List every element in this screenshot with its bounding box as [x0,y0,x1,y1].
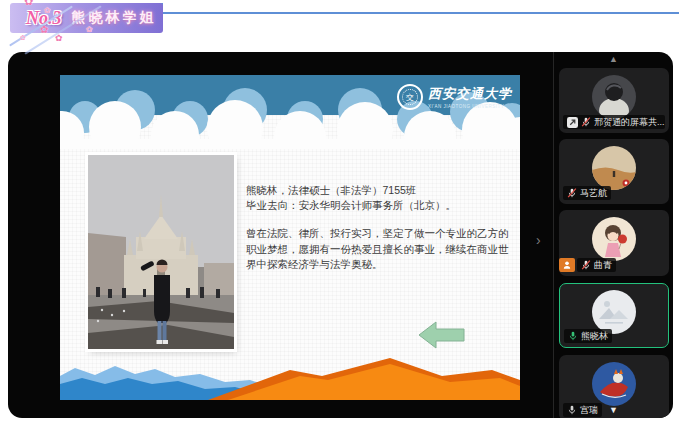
blossom-icon: ✿ [40,24,48,35]
left-arrow-icon [418,321,465,349]
avatar-placeholder [592,290,636,334]
blossom-icon: ✿ [55,33,63,43]
photo-milan-cathedral [88,155,234,349]
banner-title: 熊晓林学姐 [72,9,157,27]
participant-tile-xiongxiaolin-active[interactable]: 熊晓林 [559,283,669,348]
slide-text-block: 熊晓林，法律硕士（非法学）7155班 毕业去向：安永华明会计师事务所（北京）。 … [246,183,518,272]
avatar [592,146,636,190]
meeting-window: 交 西安交通大学 XI'AN JIAOTONG UNIVERSITY [8,52,673,418]
mic-muted-icon [581,259,591,271]
university-seal-icon: 交 [397,84,423,110]
slide-intro-line2: 毕业去向：安永华明会计师事务所（北京）。 [246,199,456,211]
mic-on-icon [567,404,577,416]
avatar [592,75,636,119]
participant-name: 邢贺通的屏幕共... [594,116,665,129]
participant-tile-xingheting-share[interactable]: 邢贺通的屏幕共... [559,68,669,133]
participant-tile-quqing[interactable]: 曲青 [559,210,669,276]
header-divider-line [163,12,679,14]
slide-paragraph: 曾在法院、律所、投行实习，坚定了做一个专业的乙方的职业梦想，愿拥有一份热爱且擅长… [246,226,518,272]
host-badge-icon [559,258,575,272]
screen-share-icon [567,117,578,128]
mic-muted-icon [567,187,577,199]
participant-name: 熊晓林 [581,330,608,343]
mic-speaking-icon [568,330,578,342]
university-name-en: XI'AN JIAOTONG UNIVERSITY [428,104,512,109]
sidebar-collapse-chevron[interactable]: › [536,232,541,248]
university-name-cn: 西安交通大学 [428,85,512,103]
participant-name: 曲青 [594,259,612,272]
avatar [592,362,636,406]
blossom-icon: ✿ [20,34,26,42]
participant-tile-mayihang[interactable]: 马艺航 [559,139,669,204]
blossom-icon: ✿ [44,6,51,15]
scroll-up-icon[interactable]: ▲ [609,54,618,64]
mic-muted-icon [581,116,591,128]
avatar [592,217,636,261]
slide-intro-line1: 熊晓林，法律硕士（非法学）7155班 [246,184,416,196]
blossom-icon: ✿ [86,25,93,34]
shared-slide: 交 西安交通大学 XI'AN JIAOTONG UNIVERSITY [60,75,520,400]
participants-sidebar: ▲ [553,52,673,418]
scroll-down-icon[interactable]: ▼ [609,405,618,415]
blossom-icon: ✿ [24,0,33,8]
participant-name: 马艺航 [580,187,607,200]
participant-name: 宫瑞 [580,404,598,417]
university-logo: 交 西安交通大学 XI'AN JIAOTONG UNIVERSITY [397,84,512,110]
bottom-waves-graphic [60,350,520,400]
